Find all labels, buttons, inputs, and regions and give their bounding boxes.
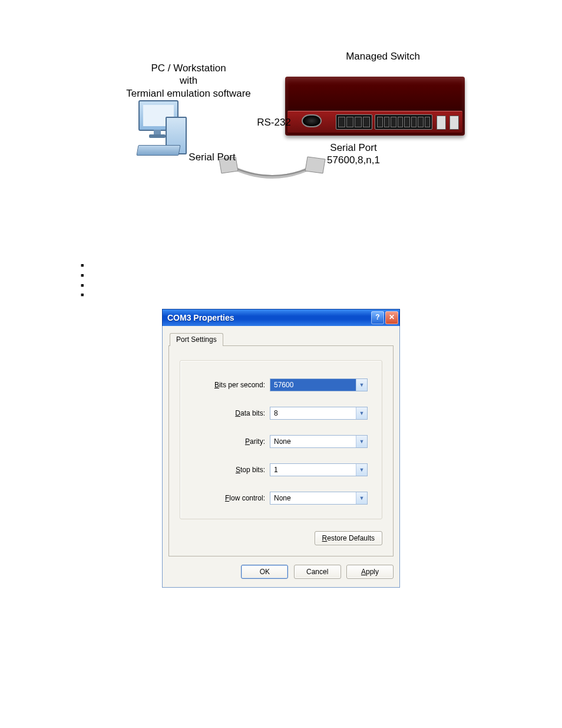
pc-label-line1: PC / Workstation (151, 62, 226, 74)
pc-label-line3: Termianl emulation software (126, 88, 251, 99)
managed-switch-illustration (285, 77, 465, 136)
switch-label: Managed Switch (318, 50, 448, 62)
pc-label: PC / Workstation with Termianl emulation… (106, 62, 271, 100)
cable-label: RS-232 (250, 117, 297, 129)
switch-port-params: 57600,8,n,1 (327, 154, 380, 166)
connection-diagram: PC / Workstation with Termianl emulation… (0, 41, 562, 195)
pc-port-label: Serial Port (174, 151, 250, 163)
switch-port-label: Serial Port 57600,8,n,1 (306, 141, 401, 167)
pc-label-line2: with (180, 75, 197, 86)
